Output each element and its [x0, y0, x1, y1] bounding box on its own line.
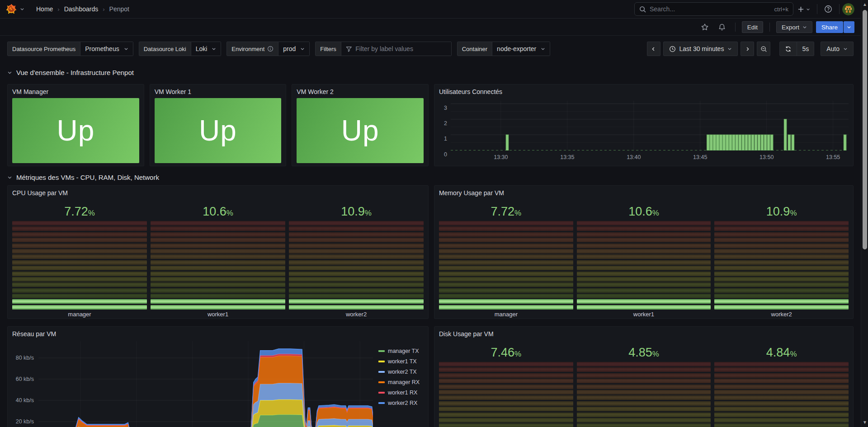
legend-label: worker1 TX — [388, 358, 417, 365]
export-button[interactable]: Export — [776, 21, 812, 33]
gauge-cell — [714, 260, 849, 265]
x-axis: 13:3013:3513:4013:4513:5013:55 — [451, 153, 849, 161]
y-tick-label: 60 kb/s — [16, 376, 34, 382]
gauge-cell — [577, 254, 711, 259]
y-axis: 80 kb/s60 kb/s40 kb/s20 kb/s — [12, 341, 38, 427]
panel-title[interactable]: CPU Usage par VM — [12, 188, 424, 197]
refresh-interval-label[interactable]: 5s — [797, 42, 814, 56]
section-row-metrics[interactable]: Métriques des VMs - CPU, RAM, Disk, Netw… — [7, 173, 854, 182]
gauge-cell — [714, 277, 849, 282]
scrollbar-thumb[interactable] — [863, 10, 867, 249]
variable-label: Datasource Loki — [139, 42, 191, 56]
page-scrollbar[interactable]: ▲ ▼ — [861, 0, 868, 427]
help-button[interactable] — [820, 2, 836, 16]
scroll-down-arrow[interactable]: ▼ — [863, 420, 867, 425]
variable-value-dropdown[interactable]: node-exporter — [492, 42, 550, 56]
x-tick-label: 13:45 — [693, 154, 707, 160]
gauge-cell — [714, 238, 849, 242]
edit-button[interactable]: Edit — [742, 21, 763, 33]
legend-item-worker1-tx[interactable]: worker1 TX — [378, 358, 424, 365]
time-shift-back-button[interactable] — [647, 42, 660, 56]
gauge-cell — [714, 390, 849, 394]
panel-title[interactable]: VM Manager — [12, 87, 139, 96]
panel-title[interactable]: VM Worker 2 — [297, 87, 424, 96]
auto-refresh-picker[interactable]: Auto — [821, 42, 854, 56]
users-chart-plot[interactable] — [451, 101, 849, 151]
gauge-column[interactable] — [439, 221, 573, 310]
gauge-column[interactable] — [12, 221, 147, 310]
gauge-column[interactable] — [151, 221, 285, 310]
search-input[interactable] — [650, 5, 771, 13]
gauge-cell — [439, 379, 573, 383]
variable-value-dropdown[interactable]: Prometheus — [80, 42, 132, 56]
gauge-cells-grid — [12, 221, 424, 310]
panel-title[interactable]: Réseau par VM — [12, 329, 424, 338]
gauge-column[interactable] — [577, 221, 711, 310]
gauge-cell — [289, 221, 424, 225]
gauge-column[interactable] — [577, 362, 711, 427]
gauge-cell — [12, 254, 147, 259]
legend-item-worker1-rx[interactable]: worker1 RX — [378, 389, 424, 396]
legend-item-worker2-rx[interactable]: worker2 RX — [378, 399, 424, 406]
gauge-cell — [714, 232, 849, 237]
gauge-cell — [439, 249, 573, 253]
search-box[interactable]: ctrl+k — [634, 2, 793, 16]
network-chart-plot[interactable] — [38, 341, 373, 427]
legend-item-worker2-tx[interactable]: worker2 TX — [378, 368, 424, 375]
legend-item-manager-tx[interactable]: manager TX — [378, 347, 424, 354]
legend-swatch — [378, 402, 385, 404]
search-shortcut: ctrl+k — [774, 6, 788, 13]
gauge-cell — [439, 407, 573, 411]
grafana-logo-menu[interactable] — [5, 3, 24, 15]
gauge-column[interactable] — [714, 221, 849, 310]
stat-background: Up — [155, 98, 282, 163]
gauge-cell — [577, 385, 711, 389]
alert-bell-button[interactable] — [715, 21, 729, 33]
panel-cpu-usage: CPU Usage par VM 7.72%10.6%10.9%managerw… — [7, 185, 429, 319]
gauge-cell — [577, 418, 711, 422]
gauge-column[interactable] — [714, 362, 849, 427]
filter-input-box[interactable] — [341, 42, 451, 56]
gauge-cell — [714, 407, 849, 411]
gauge-column[interactable] — [289, 221, 424, 310]
time-range-picker[interactable]: Last 30 minutes — [663, 42, 738, 56]
panel-title[interactable]: VM Worker 1 — [155, 87, 282, 96]
zoom-out-time-button[interactable] — [757, 42, 770, 56]
breadcrumb-separator: › — [57, 6, 59, 13]
gauge-cell — [151, 282, 285, 287]
filter-by-label-input[interactable] — [355, 45, 446, 52]
share-menu-button[interactable] — [844, 21, 854, 33]
breadcrumb-item-penpot[interactable]: Penpot — [109, 5, 129, 13]
variable-value-dropdown[interactable]: prod — [278, 42, 309, 56]
breadcrumb-item-home[interactable]: Home — [36, 5, 53, 13]
chart-legend: manager TXworker1 TXworker2 TXmanager RX… — [373, 347, 424, 427]
section-row-overview[interactable]: Vue d'ensemble - Infrastructure Penpot — [7, 68, 854, 77]
gauge-cell — [714, 272, 849, 276]
breadcrumb-item-dashboards[interactable]: Dashboards — [64, 5, 99, 13]
gauge-cell — [12, 299, 147, 304]
refresh-button[interactable] — [780, 42, 797, 56]
x-tick-label: 13:30 — [494, 154, 508, 160]
variable-value-dropdown[interactable]: Loki — [191, 42, 221, 56]
gauge-cell — [714, 367, 849, 372]
panel-title[interactable]: Disk Usage par VM — [439, 329, 849, 338]
scroll-up-arrow[interactable]: ▲ — [863, 2, 867, 7]
gauge-cell — [577, 282, 711, 287]
panel-title[interactable]: Utilisateurs Connectés — [439, 87, 849, 96]
legend-swatch — [378, 371, 385, 373]
gauge-labels-row: managerworker1worker2 — [439, 311, 849, 318]
legend-item-manager-rx[interactable]: manager RX — [378, 379, 424, 385]
time-shift-forward-button[interactable] — [741, 42, 754, 56]
panel-title[interactable]: Memory Usage par VM — [439, 188, 849, 197]
panel-vm-manager: VM ManagerUp — [7, 84, 144, 166]
gauge-cell — [577, 232, 711, 237]
share-button[interactable]: Share — [816, 21, 843, 33]
y-axis: 3210 — [439, 101, 451, 161]
new-button[interactable] — [793, 2, 814, 16]
gauge-column[interactable] — [439, 362, 573, 427]
user-avatar[interactable] — [842, 3, 854, 15]
favorite-star-button[interactable] — [698, 21, 712, 33]
gauge-value: 7.72% — [12, 205, 147, 220]
gauge-cell — [714, 226, 849, 231]
gauge-cell — [439, 288, 573, 293]
